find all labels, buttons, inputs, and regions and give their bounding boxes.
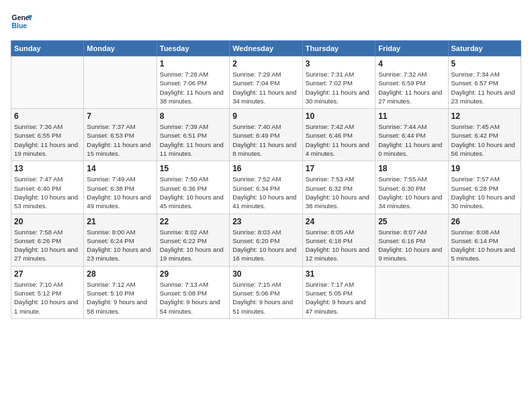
calendar-cell: 14Sunrise: 7:49 AM Sunset: 6:38 PM Dayli… [84, 161, 157, 214]
day-info: Sunrise: 7:13 AM Sunset: 5:08 PM Dayligh… [160, 280, 226, 316]
day-number: 4 [378, 59, 445, 68]
weekday-header: Tuesday [157, 41, 229, 56]
day-info: Sunrise: 7:31 AM Sunset: 7:02 PM Dayligh… [306, 70, 372, 105]
logo: General Blue [11, 11, 32, 32]
calendar-cell: 28Sunrise: 7:12 AM Sunset: 5:10 PM Dayli… [84, 266, 157, 318]
day-number: 2 [232, 59, 300, 68]
day-info: Sunrise: 8:03 AM Sunset: 6:20 PM Dayligh… [232, 228, 300, 263]
day-number: 28 [87, 269, 153, 279]
calendar-header-row: SundayMondayTuesdayWednesdayThursdayFrid… [11, 41, 521, 56]
calendar-cell: 29Sunrise: 7:13 AM Sunset: 5:08 PM Dayli… [157, 266, 229, 318]
day-info: Sunrise: 7:12 AM Sunset: 5:10 PM Dayligh… [87, 280, 153, 316]
day-number: 22 [160, 217, 226, 226]
day-number: 10 [306, 111, 372, 121]
day-info: Sunrise: 7:40 AM Sunset: 6:49 PM Dayligh… [232, 122, 300, 158]
day-info: Sunrise: 8:02 AM Sunset: 6:22 PM Dayligh… [160, 228, 226, 263]
logo-icon: General Blue [11, 11, 32, 32]
day-info: Sunrise: 7:52 AM Sunset: 6:34 PM Dayligh… [232, 175, 300, 210]
calendar-cell: 26Sunrise: 8:08 AM Sunset: 6:14 PM Dayli… [448, 214, 521, 266]
day-info: Sunrise: 7:57 AM Sunset: 6:28 PM Dayligh… [451, 175, 518, 210]
calendar-table: SundayMondayTuesdayWednesdayThursdayFrid… [11, 40, 521, 319]
day-info: Sunrise: 7:10 AM Sunset: 5:12 PM Dayligh… [14, 280, 81, 316]
day-number: 25 [378, 217, 445, 226]
calendar-week-row: 20Sunrise: 7:58 AM Sunset: 6:26 PM Dayli… [11, 214, 521, 266]
calendar-cell [11, 56, 84, 109]
calendar-cell: 17Sunrise: 7:53 AM Sunset: 6:32 PM Dayli… [302, 161, 375, 214]
weekday-header: Sunday [11, 41, 84, 56]
calendar-body: 1Sunrise: 7:28 AM Sunset: 7:06 PM Daylig… [11, 56, 521, 319]
day-number: 15 [160, 164, 226, 173]
day-info: Sunrise: 7:36 AM Sunset: 6:55 PM Dayligh… [14, 122, 81, 158]
day-number: 26 [451, 217, 518, 226]
day-number: 6 [14, 111, 81, 121]
day-info: Sunrise: 8:07 AM Sunset: 6:16 PM Dayligh… [378, 228, 445, 263]
weekday-header: Saturday [448, 41, 521, 56]
day-info: Sunrise: 7:47 AM Sunset: 6:40 PM Dayligh… [14, 175, 81, 210]
calendar-cell: 15Sunrise: 7:50 AM Sunset: 6:36 PM Dayli… [157, 161, 229, 214]
day-number: 30 [232, 269, 300, 279]
day-info: Sunrise: 7:39 AM Sunset: 6:51 PM Dayligh… [160, 122, 226, 158]
calendar-cell: 30Sunrise: 7:15 AM Sunset: 5:06 PM Dayli… [230, 266, 303, 318]
day-number: 21 [87, 217, 153, 226]
calendar-cell: 24Sunrise: 8:05 AM Sunset: 6:18 PM Dayli… [302, 214, 375, 266]
calendar-cell: 12Sunrise: 7:45 AM Sunset: 6:42 PM Dayli… [448, 109, 521, 161]
calendar-cell: 4Sunrise: 7:32 AM Sunset: 6:59 PM Daylig… [375, 56, 448, 109]
day-info: Sunrise: 7:50 AM Sunset: 6:36 PM Dayligh… [160, 175, 226, 210]
calendar-cell: 6Sunrise: 7:36 AM Sunset: 6:55 PM Daylig… [11, 109, 84, 161]
day-number: 9 [232, 111, 300, 121]
calendar-week-row: 27Sunrise: 7:10 AM Sunset: 5:12 PM Dayli… [11, 266, 521, 318]
day-info: Sunrise: 7:58 AM Sunset: 6:26 PM Dayligh… [14, 228, 81, 263]
calendar-cell: 21Sunrise: 8:00 AM Sunset: 6:24 PM Dayli… [84, 214, 157, 266]
calendar-cell: 1Sunrise: 7:28 AM Sunset: 7:06 PM Daylig… [157, 56, 229, 109]
day-info: Sunrise: 8:00 AM Sunset: 6:24 PM Dayligh… [87, 228, 153, 263]
day-info: Sunrise: 7:53 AM Sunset: 6:32 PM Dayligh… [306, 175, 372, 210]
calendar-week-row: 13Sunrise: 7:47 AM Sunset: 6:40 PM Dayli… [11, 161, 521, 214]
day-number: 3 [306, 59, 372, 68]
day-number: 7 [87, 111, 153, 121]
day-info: Sunrise: 8:05 AM Sunset: 6:18 PM Dayligh… [306, 228, 372, 263]
calendar-cell: 31Sunrise: 7:17 AM Sunset: 5:05 PM Dayli… [302, 266, 375, 318]
weekday-header: Friday [375, 41, 448, 56]
weekday-header: Thursday [302, 41, 375, 56]
weekday-header: Monday [84, 41, 157, 56]
day-number: 8 [160, 111, 226, 121]
calendar-cell [448, 266, 521, 318]
calendar-cell: 3Sunrise: 7:31 AM Sunset: 7:02 PM Daylig… [302, 56, 375, 109]
day-number: 17 [306, 164, 372, 173]
calendar-cell: 5Sunrise: 7:34 AM Sunset: 6:57 PM Daylig… [448, 56, 521, 109]
day-info: Sunrise: 7:34 AM Sunset: 6:57 PM Dayligh… [451, 70, 518, 105]
calendar-cell: 22Sunrise: 8:02 AM Sunset: 6:22 PM Dayli… [157, 214, 229, 266]
day-info: Sunrise: 7:49 AM Sunset: 6:38 PM Dayligh… [87, 175, 153, 210]
calendar-cell [84, 56, 157, 109]
calendar-cell: 7Sunrise: 7:37 AM Sunset: 6:53 PM Daylig… [84, 109, 157, 161]
day-info: Sunrise: 7:29 AM Sunset: 7:04 PM Dayligh… [232, 70, 300, 105]
day-number: 13 [14, 164, 81, 173]
calendar-cell: 18Sunrise: 7:55 AM Sunset: 6:30 PM Dayli… [375, 161, 448, 214]
day-number: 18 [378, 164, 445, 173]
calendar-cell: 20Sunrise: 7:58 AM Sunset: 6:26 PM Dayli… [11, 214, 84, 266]
day-number: 16 [232, 164, 300, 173]
page-header: General Blue [11, 11, 521, 32]
day-number: 5 [451, 59, 518, 68]
day-info: Sunrise: 7:45 AM Sunset: 6:42 PM Dayligh… [451, 122, 518, 158]
day-number: 19 [451, 164, 518, 173]
day-number: 23 [232, 217, 300, 226]
calendar-cell: 23Sunrise: 8:03 AM Sunset: 6:20 PM Dayli… [230, 214, 303, 266]
day-number: 20 [14, 217, 81, 226]
calendar-cell: 16Sunrise: 7:52 AM Sunset: 6:34 PM Dayli… [230, 161, 303, 214]
calendar-cell: 9Sunrise: 7:40 AM Sunset: 6:49 PM Daylig… [230, 109, 303, 161]
calendar-week-row: 6Sunrise: 7:36 AM Sunset: 6:55 PM Daylig… [11, 109, 521, 161]
calendar-cell: 27Sunrise: 7:10 AM Sunset: 5:12 PM Dayli… [11, 266, 84, 318]
day-info: Sunrise: 7:42 AM Sunset: 6:46 PM Dayligh… [306, 122, 372, 158]
day-info: Sunrise: 7:15 AM Sunset: 5:06 PM Dayligh… [232, 280, 300, 316]
day-info: Sunrise: 7:17 AM Sunset: 5:05 PM Dayligh… [306, 280, 372, 316]
weekday-header: Wednesday [230, 41, 303, 56]
day-number: 31 [306, 269, 372, 279]
calendar-cell: 2Sunrise: 7:29 AM Sunset: 7:04 PM Daylig… [230, 56, 303, 109]
day-number: 24 [306, 217, 372, 226]
calendar-cell: 11Sunrise: 7:44 AM Sunset: 6:44 PM Dayli… [375, 109, 448, 161]
calendar-cell: 25Sunrise: 8:07 AM Sunset: 6:16 PM Dayli… [375, 214, 448, 266]
day-number: 29 [160, 269, 226, 279]
day-info: Sunrise: 7:44 AM Sunset: 6:44 PM Dayligh… [378, 122, 445, 158]
day-info: Sunrise: 7:32 AM Sunset: 6:59 PM Dayligh… [378, 70, 445, 105]
